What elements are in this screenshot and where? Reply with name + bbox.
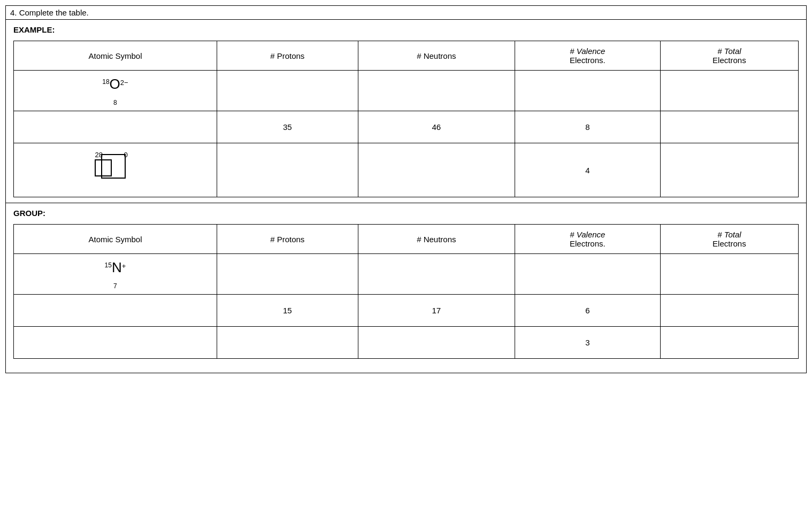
example-row1-neutrons (358, 71, 515, 111)
group-label: GROUP: (13, 209, 799, 218)
group-row2-neutrons: 17 (358, 295, 515, 327)
atom-mass-18: 18 (102, 78, 109, 86)
group-row2-protons: 15 (217, 295, 358, 327)
group-row1-protons (217, 254, 358, 295)
group-row2-symbol (14, 295, 217, 327)
example-row1-total (660, 71, 798, 111)
group-row3-total (660, 327, 798, 359)
group-row2-valence: 6 (515, 295, 661, 327)
example-table: Atomic Symbol # Protons # Neutrons # Val… (13, 41, 799, 197)
bohr-inner-box (95, 159, 112, 176)
example-row2-symbol (14, 111, 217, 143)
group-row1-neutrons (358, 254, 515, 295)
table-header-row: Atomic Symbol # Protons # Neutrons # Val… (14, 41, 799, 71)
group-row3-valence: 3 (515, 327, 661, 359)
col-protons: # Protons (217, 41, 358, 71)
atom-num-7: 7 (113, 282, 117, 290)
example-row3-protons (217, 143, 358, 197)
group-row-3: 3 (14, 327, 799, 359)
example-row3-symbol: 28 0 (14, 143, 217, 197)
atom-element-O: O (110, 76, 120, 92)
example-row2-total (660, 111, 798, 143)
question-number: 4. (10, 8, 17, 17)
group-row-2: 15 17 6 (14, 295, 799, 327)
group-row3-protons (217, 327, 358, 359)
example-row-3: 28 0 4 (14, 143, 799, 197)
group-row3-symbol (14, 327, 217, 359)
group-row1-total (660, 254, 798, 295)
group-row1-symbol: 15N+ 7 (14, 254, 217, 295)
example-row2-protons: 35 (217, 111, 358, 143)
example-label: EXAMPLE: (13, 25, 799, 34)
question-header: 4. Complete the table. (5, 5, 807, 20)
bohr-diagram: 28 0 (94, 149, 136, 189)
example-row2-neutrons: 46 (358, 111, 515, 143)
col-valence: # ValenceElectrons. (515, 41, 661, 71)
example-row2-valence: 8 (515, 111, 661, 143)
group-col-valence: # ValenceElectrons. (515, 225, 661, 254)
group-header-row: Atomic Symbol # Protons # Neutrons # Val… (14, 225, 799, 254)
atom-element-N: N (112, 259, 122, 275)
example-row3-valence: 4 (515, 143, 661, 197)
col-total: # TotalElectrons (660, 41, 798, 71)
example-row1-valence (515, 71, 661, 111)
example-row3-total (660, 143, 798, 197)
example-row-1: 18O2− 8 (14, 71, 799, 111)
example-row-2: 35 46 8 (14, 111, 799, 143)
col-neutrons: # Neutrons (358, 41, 515, 71)
group-row-1: 15N+ 7 (14, 254, 799, 295)
atom-charge-2minus: 2− (120, 79, 128, 87)
group-col-neutrons: # Neutrons (358, 225, 515, 254)
example-row1-symbol: 18O2− 8 (14, 71, 217, 111)
col-atomic-symbol: Atomic Symbol (14, 41, 217, 71)
atom-num-8: 8 (113, 99, 117, 106)
group-row1-valence (515, 254, 661, 295)
atom-nitrogen-notation: 15N+ 7 (105, 259, 126, 289)
group-table: Atomic Symbol # Protons # Neutrons # Val… (13, 224, 799, 359)
atom-charge-plus: + (122, 262, 126, 270)
example-row3-neutrons (358, 143, 515, 197)
atom-oxygen-notation: 18O2− 8 (102, 76, 128, 105)
group-col-atomic-symbol: Atomic Symbol (14, 225, 217, 254)
bohr-charge-0: 0 (124, 151, 127, 159)
section-divider (6, 203, 806, 203)
example-section: EXAMPLE: Atomic Symbol # Protons # Neutr… (5, 20, 807, 373)
group-row2-total (660, 295, 798, 327)
group-col-total: # TotalElectrons (660, 225, 798, 254)
atom-mass-15: 15 (105, 261, 112, 269)
group-row3-neutrons (358, 327, 515, 359)
example-row1-protons (217, 71, 358, 111)
group-col-protons: # Protons (217, 225, 358, 254)
question-text: Complete the table. (19, 8, 89, 17)
